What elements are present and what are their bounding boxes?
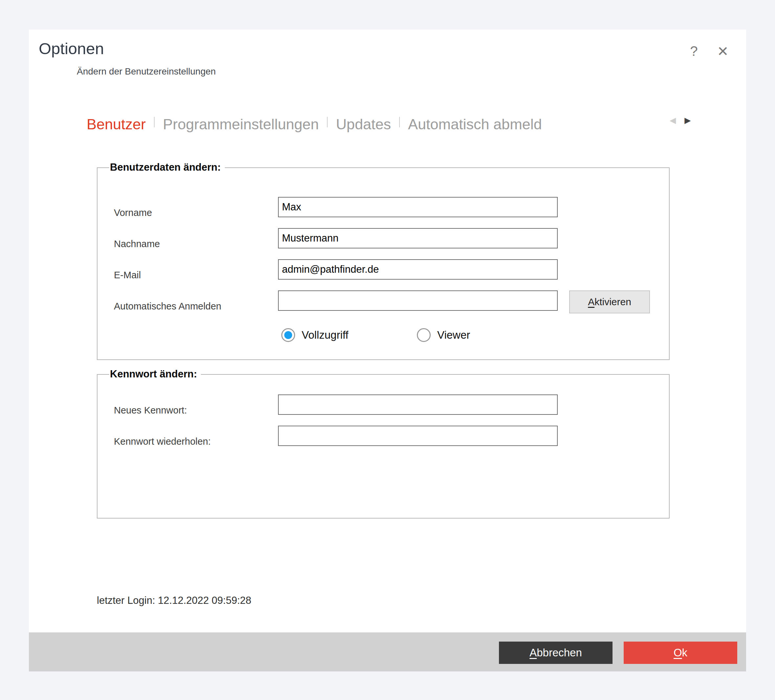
vorname-input[interactable] [278, 197, 558, 217]
activate-button-label: ktivieren [594, 296, 631, 307]
viewer-radio-label: Viewer [437, 329, 470, 341]
dialog-subtitle: Ändern der Benutzereinstellungen [77, 66, 216, 77]
last-login-status: letzter Login: 12.12.2022 09:59:28 [97, 595, 251, 607]
dialog-title: Optionen [39, 39, 104, 58]
activate-button[interactable]: Aktivieren [569, 291, 650, 313]
vollzugriff-radio[interactable] [281, 328, 295, 342]
tab-scroll-arrows: ◀ ▶ [670, 116, 691, 125]
ok-button-label: k [682, 647, 688, 658]
viewer-radio[interactable] [417, 328, 431, 342]
new-password-input[interactable] [278, 394, 558, 415]
password-group: Kennwort ändern: Neues Kennwort: Kennwor… [97, 374, 670, 519]
nachname-input[interactable] [278, 228, 558, 248]
tab-updates[interactable]: Updates [336, 114, 391, 135]
tab-benutzer[interactable]: Benutzer [86, 114, 146, 135]
close-icon[interactable]: ✕ [713, 42, 732, 61]
user-data-group-title: Benutzerdaten ändern: [109, 161, 225, 173]
footer-bar: Abbrechen Ok [29, 632, 746, 672]
email-input[interactable] [278, 259, 558, 279]
email-label: E-Mail [114, 270, 141, 281]
activate-button-mnemonic: A [588, 296, 594, 307]
tab-separator [327, 117, 328, 127]
tab-scroll-right-icon[interactable]: ▶ [684, 116, 691, 125]
help-icon[interactable]: ? [685, 42, 703, 61]
repeat-password-input[interactable] [278, 426, 558, 446]
tab-separator [399, 117, 400, 127]
new-password-label: Neues Kennwort: [114, 405, 187, 416]
nachname-label: Nachname [114, 239, 160, 249]
auto-login-label: Automatisches Anmelden [114, 301, 221, 312]
auto-login-input[interactable] [278, 291, 558, 311]
ok-button-mnemonic: O [674, 647, 682, 658]
vollzugriff-radio-label: Vollzugriff [302, 329, 348, 341]
user-data-group: Benutzerdaten ändern: Vorname Nachname E… [97, 167, 670, 360]
tab-programmeinstellungen[interactable]: Programmeinstellungen [163, 114, 319, 135]
cancel-button-mnemonic: A [529, 647, 537, 658]
tab-separator [154, 117, 155, 127]
tab-scroll-left-icon[interactable]: ◀ [670, 116, 676, 125]
options-dialog: Optionen Ändern der Benutzereinstellunge… [29, 30, 746, 672]
tab-automatisch-abmelden[interactable]: Automatisch abmeld [408, 114, 542, 135]
cancel-button-label: bbrechen [537, 647, 582, 658]
cancel-button[interactable]: Abbrechen [499, 642, 612, 664]
tab-bar: Benutzer Programmeinstellungen Updates A… [86, 114, 670, 137]
repeat-password-label: Kennwort wiederholen: [114, 436, 211, 447]
password-group-title: Kennwort ändern: [109, 368, 201, 380]
vorname-label: Vorname [114, 208, 152, 218]
access-level-radio-group: Vollzugriff Viewer [98, 326, 669, 346]
ok-button[interactable]: Ok [624, 642, 737, 664]
